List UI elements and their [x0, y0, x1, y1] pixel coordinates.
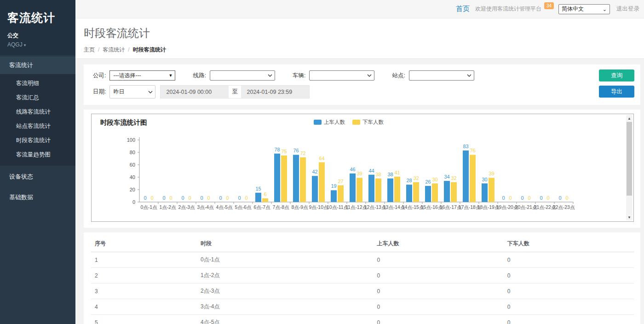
sidebar: 客流统计 公交 AQGJ▾ 客流统计 客流明细 客流汇总 线路客流统计 站点客流… [0, 0, 75, 324]
sidebar-item-period-stats[interactable]: 时段客流统计 [0, 133, 75, 148]
date-from-input[interactable]: 2024-01-09 00:00 [161, 86, 229, 98]
export-button[interactable]: 导出 [599, 86, 634, 98]
vehicle-label: 车辆: [293, 72, 305, 80]
svg-text:0: 0 [558, 195, 561, 201]
svg-text:64: 64 [319, 156, 324, 161]
svg-text:9点-10点: 9点-10点 [309, 204, 328, 210]
chart-scrollbar[interactable]: ▲ ▼ [626, 115, 632, 220]
table-cell: 2点-3点 [197, 284, 374, 299]
table-column-header: 下车人数 [504, 235, 634, 252]
table-row[interactable]: 32点-3点00 [91, 284, 634, 299]
sidebar-item-flow-detail[interactable]: 客流明细 [0, 76, 75, 91]
svg-text:39: 39 [356, 171, 362, 176]
sidebar-item-line-stats[interactable]: 线路客流统计 [0, 105, 75, 119]
date-range-separator: 至 [229, 86, 241, 98]
table-row[interactable]: 54点-5点00 [91, 315, 634, 324]
table-column-header: 序号 [91, 235, 197, 252]
language-select[interactable]: 简体中文 ⌄ [558, 4, 610, 14]
sidebar-item-flow-trend[interactable]: 客流量趋势图 [0, 148, 75, 162]
table-row[interactable]: 10点-1点00 [91, 252, 634, 268]
svg-text:42: 42 [312, 169, 317, 174]
svg-text:83: 83 [463, 144, 468, 149]
breadcrumb-home[interactable]: 主页 [84, 46, 95, 53]
svg-text:0: 0 [565, 195, 568, 201]
vehicle-select[interactable] [309, 70, 374, 81]
svg-text:40: 40 [130, 174, 135, 180]
account-name: AQGJ [7, 41, 23, 48]
sidebar-item-flow-summary[interactable]: 客流汇总 [0, 91, 75, 105]
line-select[interactable] [210, 70, 275, 81]
home-link[interactable]: 首页 [456, 5, 470, 13]
app-logo: 客流统计 公交 AQGJ▾ [0, 0, 75, 55]
table-cell: 0 [504, 284, 634, 299]
station-label: 站点: [392, 72, 405, 80]
sidebar-item-base-data[interactable]: 基础数据 [0, 188, 75, 207]
svg-text:32: 32 [451, 175, 456, 181]
svg-text:0: 0 [132, 199, 135, 205]
svg-text:27: 27 [338, 179, 343, 184]
svg-text:6点-7点: 6点-7点 [253, 204, 270, 210]
table-cell: 4点-5点 [197, 315, 374, 324]
svg-text:0: 0 [528, 195, 530, 201]
table-row[interactable]: 43点-4点00 [91, 299, 634, 315]
date-preset-value: 昨日 [113, 88, 124, 96]
vehicle-filter: 车辆: [293, 70, 374, 81]
scroll-up-icon[interactable]: ▲ [626, 115, 632, 122]
chart-legend: 上车人数下车人数 [92, 119, 606, 126]
table-row[interactable]: 21点-2点00 [91, 268, 634, 284]
sidebar-item-device-status[interactable]: 设备状态 [0, 167, 75, 186]
table-cell: 2 [91, 268, 197, 284]
filter-row-2: 日期: 昨日 2024-01-09 00:00 至 2024-01-09 23:… [93, 85, 633, 98]
svg-text:0: 0 [188, 195, 191, 201]
company-select[interactable]: ---请选择--- ▼ [109, 70, 175, 81]
svg-text:80: 80 [130, 150, 135, 155]
table-cell: 0 [374, 315, 504, 324]
svg-text:20: 20 [130, 187, 135, 192]
svg-text:0: 0 [144, 195, 146, 201]
svg-text:76: 76 [470, 148, 475, 153]
line-label: 线路: [193, 72, 206, 80]
scrollbar-thumb[interactable] [627, 122, 632, 196]
table-cell: 5 [91, 315, 197, 324]
notification-badge[interactable]: 34 [544, 2, 554, 9]
table-cell: 1 [91, 252, 197, 268]
svg-text:6: 6 [264, 191, 266, 197]
chart-panel: 时段车流统计图 上车人数下车人数 020406080100000点-1点001点… [84, 110, 640, 228]
svg-text:0: 0 [245, 195, 247, 201]
svg-text:75: 75 [281, 149, 287, 154]
svg-text:1点-2点: 1点-2点 [159, 204, 176, 210]
svg-text:26: 26 [425, 179, 431, 185]
svg-text:0: 0 [169, 195, 172, 201]
date-to-input[interactable]: 2024-01-09 23:59 [241, 86, 309, 98]
logout-link[interactable]: 退出登录 [616, 5, 639, 13]
svg-text:41: 41 [394, 170, 400, 175]
svg-text:0: 0 [181, 195, 184, 201]
sidebar-item-station-stats[interactable]: 站点客流统计 [0, 119, 75, 133]
svg-text:28: 28 [406, 178, 412, 183]
sidebar-nav: 客流统计 客流明细 客流汇总 线路客流统计 站点客流统计 时段客流统计 客流量趋… [0, 57, 75, 207]
chart-container: 时段车流统计图 上车人数下车人数 020406080100000点-1点001点… [91, 114, 634, 222]
welcome-text: 欢迎使用客流统计管理平台 [475, 5, 541, 13]
breadcrumb-section[interactable]: 客流统计 [103, 46, 125, 53]
svg-text:30: 30 [482, 177, 487, 182]
chevron-down-icon: ⌄ [603, 7, 607, 12]
scroll-down-icon[interactable]: ▼ [626, 214, 632, 220]
svg-text:78: 78 [274, 147, 280, 152]
chevron-down-icon [367, 74, 372, 77]
svg-text:0: 0 [200, 195, 203, 201]
legend-item[interactable]: 上车人数 [314, 119, 345, 126]
page-title: 时段客流统计 [84, 26, 644, 40]
sidebar-item-passenger-stats[interactable]: 客流统计 [0, 57, 75, 74]
chevron-down-icon [268, 74, 272, 77]
date-preset-select[interactable]: 昨日 [109, 85, 155, 98]
svg-text:0: 0 [509, 195, 512, 201]
account-dropdown[interactable]: AQGJ▾ [7, 41, 68, 48]
svg-text:0: 0 [162, 195, 165, 201]
station-select[interactable] [409, 70, 474, 81]
org-name: 公交 [7, 32, 68, 40]
legend-item[interactable]: 下车人数 [352, 119, 384, 126]
svg-text:0: 0 [521, 195, 523, 201]
query-button[interactable]: 查询 [599, 69, 634, 81]
period-stats-table: 序号时段上车人数下车人数 10点-1点0021点-2点0032点-3点0043点… [91, 235, 634, 324]
chevron-down-icon [467, 74, 472, 77]
